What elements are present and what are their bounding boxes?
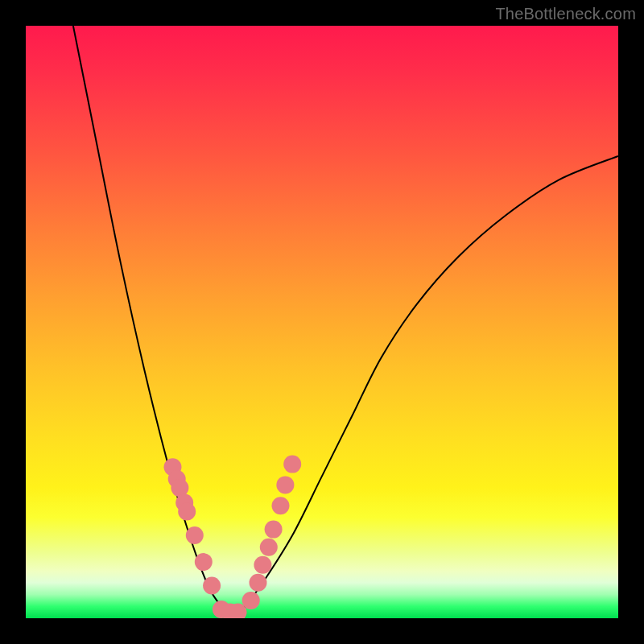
plot-area (26, 26, 618, 618)
chart-svg (26, 26, 618, 618)
highlight-dot (186, 526, 204, 544)
highlight-dot (272, 497, 290, 514)
highlight-dot (283, 456, 301, 473)
bottleneck-curve (73, 26, 618, 618)
highlight-dot (260, 539, 278, 556)
highlight-dot (276, 476, 294, 493)
highlight-dot (254, 556, 271, 574)
watermark-text: TheBottleneck.com (495, 5, 636, 23)
outer-frame: TheBottleneck.com (0, 0, 644, 644)
highlight-dot (178, 503, 196, 521)
highlight-dot (265, 521, 283, 539)
highlight-dots (164, 456, 302, 618)
highlight-dot (195, 553, 213, 571)
highlight-dot (250, 574, 267, 592)
highlight-dot (203, 577, 221, 595)
highlight-dot (242, 592, 260, 609)
